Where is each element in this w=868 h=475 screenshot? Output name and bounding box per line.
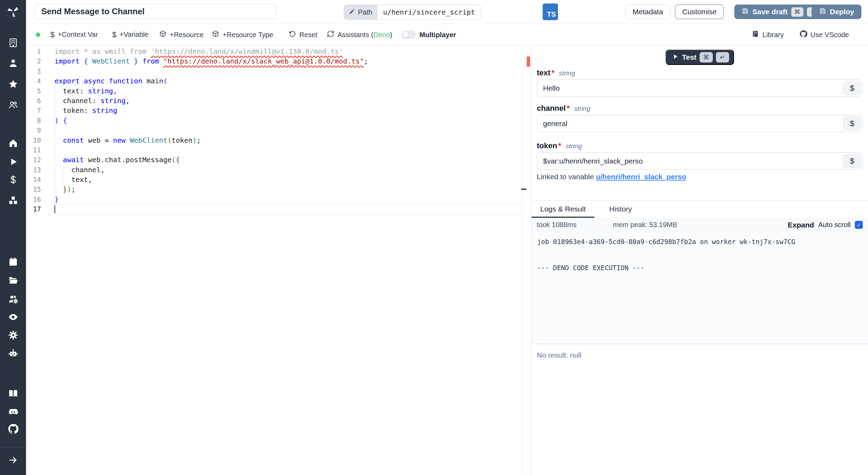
multiplayer-toggle[interactable] [402,31,416,39]
code-editor[interactable]: 1import * as wmill from 'https://deno.la… [26,45,531,475]
star-icon[interactable] [8,79,18,89]
channel-field-input[interactable] [537,115,863,132]
add-resource-button[interactable]: +Resource [159,30,203,39]
indent-guide [63,165,63,185]
path-value[interactable]: u/henri/sincere_script [377,5,481,19]
cursor-marker [521,189,526,190]
line-number: 7 [26,106,55,115]
pencil-icon [349,8,355,16]
customise-button[interactable]: Customise [675,5,724,19]
schedules-calendar-icon[interactable] [8,257,18,267]
home-icon[interactable] [8,138,18,148]
script-title-input[interactable] [35,4,276,19]
code-line[interactable]: 8) { [26,116,531,125]
code-line[interactable]: 6 channel: string, [26,96,531,106]
insert-variable-button[interactable]: $ [843,154,861,168]
text-field-input[interactable] [537,80,863,97]
kbd-cmd: ⌘ [700,52,713,62]
sidebar [0,0,26,475]
code-line[interactable]: 1import * as wmill from 'https://deno.la… [26,47,531,56]
user-group-gear-icon[interactable] [8,294,18,304]
line-number: 2 [26,56,55,66]
text-cursor [55,205,55,213]
run-duration: took 1088ms [537,221,577,229]
discord-icon[interactable] [8,407,18,417]
insert-variable-button[interactable]: $ [843,81,861,95]
add-context-var-button[interactable]: $+Context Var [50,30,98,39]
editor-overview-ruler[interactable] [522,45,531,475]
code-line[interactable]: 14 text, [26,175,531,184]
windmill-logo-icon[interactable] [6,4,20,19]
code-line[interactable]: 3 [26,66,531,76]
runs-play-icon[interactable] [8,157,18,167]
path-editor[interactable]: Path u/henri/sincere_script [344,5,481,20]
assistants-button[interactable]: Assistants (Deno) [327,30,392,39]
tab-history[interactable]: History [601,200,641,218]
typescript-badge: TS [543,3,558,20]
code-line[interactable]: 4export async function main( [26,76,531,86]
reset-button[interactable]: Reset [289,30,317,39]
logs-output: job 018963e4-a369-5cd0-80a9-c6d298b7fb2a… [532,232,868,344]
line-number: 16 [26,194,55,204]
github-mark-icon [800,30,807,39]
github-icon[interactable] [8,424,18,434]
code-line[interactable]: 16} [26,194,531,204]
save-icon [742,7,749,16]
required-asterisk: * [551,68,554,77]
code-line[interactable]: 11 [26,145,531,155]
required-asterisk: * [567,104,570,113]
users-icon[interactable] [8,100,18,110]
path-label: Path [358,8,372,16]
line-number: 9 [26,125,55,135]
workspace-building-icon[interactable] [8,38,18,48]
folders-icon[interactable] [8,275,18,285]
user-icon[interactable] [8,58,18,68]
kbd-cmd: ⌘ [791,7,803,17]
code-line[interactable]: 17 [26,204,531,214]
code-line[interactable]: 13 channel, [26,165,531,175]
editor-toolbar: $+Context Var $+Variable +Resource +Reso… [26,24,868,45]
field-label: channel*string [537,104,863,114]
code-line[interactable]: 12 await web.chat.postMessage({ [26,155,531,165]
settings-gear-icon[interactable] [8,330,18,340]
field-group-channel: channel*string $ [537,104,863,132]
code-line[interactable]: 2import { WebClient } from "https://deno… [26,56,531,66]
metadata-button[interactable]: Metadata [625,5,670,19]
error-marker [527,57,530,67]
line-number: 6 [26,96,55,106]
code-line[interactable]: 10 const web = new WebClient(token); [26,135,531,145]
add-variable-button[interactable]: $+Variable [112,30,149,39]
use-vscode-button[interactable]: Use VScode [800,30,849,39]
result-output: No result: null [532,345,868,475]
assistants-language: Deno [373,31,390,38]
required-asterisk: * [558,141,561,150]
collapse-arrow-icon[interactable] [8,455,18,465]
library-button[interactable]: Library [752,30,784,39]
test-button[interactable]: Test ⌘ ↵ [666,50,734,65]
deploy-button[interactable]: Deploy [812,5,861,19]
token-field-input[interactable] [537,152,863,170]
autoscroll-checkbox[interactable]: ✓ [855,221,863,229]
sidebar-divider [0,447,26,448]
cube-icon [212,30,219,39]
add-resource-type-button[interactable]: +Resource Type [212,30,273,39]
library-book-icon [752,30,759,39]
cube-icon [159,30,167,39]
workers-robot-icon[interactable] [8,348,18,358]
code-line[interactable]: 5 text: string, [26,86,531,96]
linked-variable-link[interactable]: u/henri/henri_slack_perso [596,173,686,181]
memory-peak: mem peak: 53.19MB [613,221,677,229]
audit-eye-icon[interactable] [8,312,18,322]
line-number: 15 [26,184,55,194]
results-tabs: Logs & Result History [532,200,868,218]
code-line[interactable]: 7 token: string [26,106,531,115]
variables-dollar-icon[interactable] [8,175,18,185]
docs-book-icon[interactable] [8,388,18,399]
expand-button[interactable]: Expand [788,221,814,229]
line-number: 13 [26,165,55,175]
tab-logs-result[interactable]: Logs & Result [532,200,594,218]
code-line[interactable]: 9 [26,125,531,135]
code-line[interactable]: 15 }); [26,184,531,194]
resources-boxes-icon[interactable] [8,195,18,206]
insert-variable-button[interactable]: $ [843,117,861,131]
